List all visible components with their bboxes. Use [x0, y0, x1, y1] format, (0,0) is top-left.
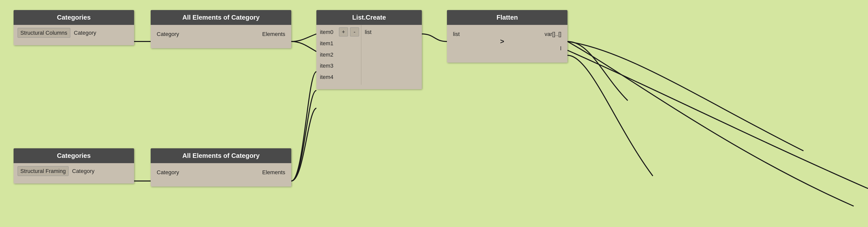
list-create-node: List.Create item0 item1 item2 item3 item… — [316, 10, 422, 89]
all-elements-bottom-in-port: Category — [157, 168, 179, 177]
categories-bottom-out-port: Category — [71, 166, 97, 176]
list-create-title: List.Create — [352, 13, 386, 21]
list-create-add-button[interactable]: + — [339, 27, 348, 36]
all-elements-bottom-node: All Elements of Category Category Elemen… — [151, 148, 291, 187]
categories-top-title: Categories — [57, 13, 91, 21]
categories-bottom-header: Categories — [13, 148, 134, 163]
list-create-output: list — [361, 25, 375, 85]
flatten-out-port2: l — [560, 44, 561, 54]
all-elements-top-in-port: Category — [157, 29, 179, 39]
all-elements-bottom-title: All Elements of Category — [182, 152, 259, 160]
flatten-header: Flatten — [447, 10, 567, 25]
categories-bottom-node: Categories Structural Framing Category — [13, 148, 134, 183]
flatten-chevron: > — [500, 35, 504, 47]
categories-bottom-title: Categories — [57, 152, 91, 160]
flatten-in-port: list — [453, 29, 460, 39]
all-elements-top-title: All Elements of Category — [182, 13, 259, 21]
list-create-header: List.Create — [316, 10, 422, 25]
flatten-node: Flatten list > var[]..[] l — [447, 10, 567, 63]
all-elements-top-out-port: Elements — [262, 29, 285, 39]
list-create-items: item0 item1 item2 item3 item4 — [316, 25, 337, 85]
all-elements-bottom-out-port: Elements — [262, 168, 285, 177]
all-elements-top-header: All Elements of Category — [151, 10, 291, 25]
list-create-item0: item0 — [320, 27, 334, 37]
categories-top-node: Categories Structural Columns Category — [13, 10, 134, 45]
categories-top-out-port: Category — [73, 28, 99, 38]
structural-columns-dropdown[interactable]: Structural Columns — [18, 28, 70, 38]
structural-framing-dropdown[interactable]: Structural Framing — [18, 166, 68, 176]
all-elements-bottom-header: All Elements of Category — [151, 148, 291, 163]
list-create-item3: item3 — [320, 61, 334, 71]
all-elements-top-node: All Elements of Category Category Elemen… — [151, 10, 291, 48]
list-create-item4: item4 — [320, 73, 334, 82]
flatten-title: Flatten — [496, 13, 518, 21]
categories-top-header: Categories — [13, 10, 134, 25]
list-create-out-port: list — [365, 27, 372, 37]
flatten-out-port: var[]..[] — [545, 29, 561, 39]
list-create-controls: + - — [337, 25, 361, 85]
list-create-item2: item2 — [320, 50, 334, 60]
list-create-remove-button[interactable]: - — [350, 27, 359, 36]
list-create-item1: item1 — [320, 39, 334, 49]
